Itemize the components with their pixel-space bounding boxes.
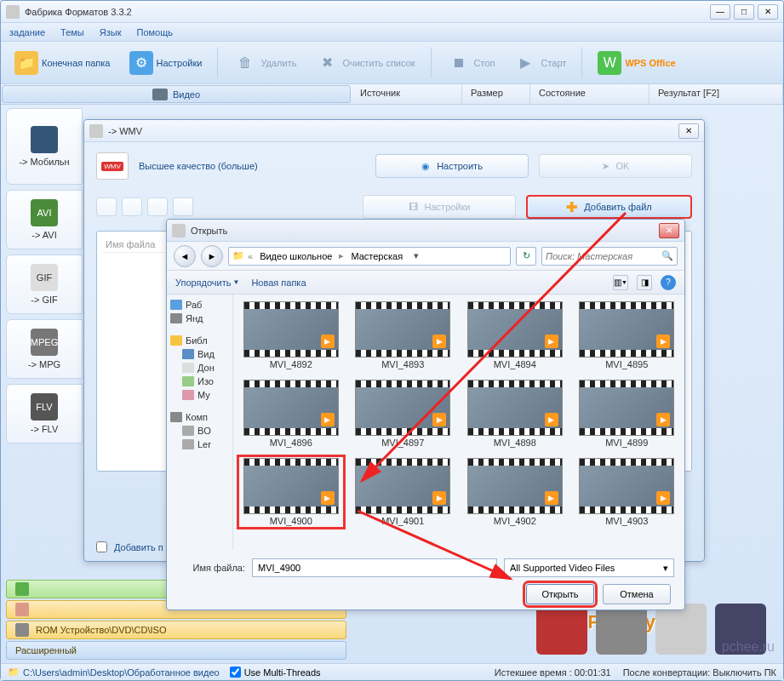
mini-info-button[interactable] — [173, 197, 193, 216]
wps-button[interactable]: WWPS Office — [591, 48, 682, 78]
tree-music[interactable]: My — [169, 388, 231, 402]
music-icon — [15, 582, 29, 596]
tree-videos[interactable]: Вид — [169, 347, 231, 361]
cancel-button[interactable]: Отмена — [603, 584, 671, 604]
video-thumbnail: ▶ — [243, 380, 339, 436]
file-label: MVI_4901 — [381, 516, 424, 526]
wmv-format-icon: WMV — [96, 152, 129, 180]
help-icon[interactable]: ? — [661, 275, 676, 290]
output-path[interactable]: C:\Users\admin\Desktop\Обработанное виде… — [23, 667, 220, 678]
play-badge-icon: ▶ — [321, 491, 335, 505]
back-button[interactable]: ◄ — [174, 245, 196, 267]
chevron-down-icon[interactable]: ▾ — [409, 250, 423, 261]
side-avi[interactable]: AVI-> AVI — [6, 190, 83, 249]
tree-libraries[interactable]: Библ — [169, 334, 231, 347]
file-item[interactable]: ▶MVI_4903 — [575, 456, 680, 528]
preview-pane-button[interactable]: ◨ — [637, 275, 652, 290]
quality-label[interactable]: Высшее качество (больше) — [139, 161, 365, 171]
separator — [217, 48, 218, 78]
ok-button[interactable]: ➤OK — [539, 154, 692, 178]
tree-ler[interactable]: Ler — [169, 438, 231, 451]
file-item[interactable]: ▶MVI_4898 — [462, 378, 568, 449]
configure-button[interactable]: ◉Настроить — [375, 154, 529, 178]
file-item[interactable]: ▶MVI_4900 — [238, 456, 344, 528]
menu-themes[interactable]: Темы — [60, 27, 84, 37]
app-icon — [6, 5, 20, 19]
tree-desktop[interactable]: Раб — [169, 298, 231, 312]
menu-lang[interactable]: Язык — [100, 27, 122, 37]
col-source[interactable]: Источник — [352, 84, 462, 104]
mpeg-icon: MPEG — [31, 329, 58, 356]
menu-help[interactable]: Помощь — [136, 27, 173, 37]
view-mode-button[interactable]: ▥▼ — [613, 275, 628, 290]
add-folder-checkbox[interactable] — [96, 541, 107, 552]
clear-button[interactable]: ✖Очистить список — [308, 48, 421, 78]
side-mpg[interactable]: MPEG-> MPG — [6, 319, 83, 379]
play-badge-icon: ▶ — [545, 335, 558, 348]
file-item[interactable]: ▶MVI_4899 — [575, 378, 680, 449]
menu-task[interactable]: задание — [9, 27, 45, 37]
side-gif[interactable]: GIF-> GIF — [6, 255, 83, 314]
wmv-titlebar: -> WMV ✕ — [84, 120, 704, 142]
dest-folder-button[interactable]: 📁Конечная папка — [8, 48, 117, 78]
tree-images[interactable]: Изо — [169, 375, 231, 388]
start-button[interactable]: ▶Старт — [506, 48, 573, 78]
tree-computer[interactable]: Комп — [169, 410, 231, 424]
col-result[interactable]: Результат [F2] — [650, 84, 783, 104]
file-item[interactable]: ▶MVI_4897 — [351, 378, 456, 449]
organize-menu[interactable]: Упорядочить▼ — [175, 278, 239, 288]
app-title: Фабрика Форматов 3.3.2 — [25, 7, 710, 17]
file-item[interactable]: ▶MVI_4896 — [238, 378, 344, 449]
video-thumbnail: ▶ — [579, 458, 674, 514]
side-flv[interactable]: FLV-> FLV — [6, 384, 83, 444]
tree-docs[interactable]: Дон — [169, 361, 231, 375]
file-item[interactable]: ▶MVI_4893 — [351, 300, 456, 371]
folder-tree: Раб Янд Библ Вид Дон Изо My Комп BO Ler — [167, 295, 233, 550]
file-item[interactable]: ▶MVI_4902 — [462, 456, 568, 528]
wmv-close-button[interactable]: ✕ — [678, 123, 699, 139]
tree-yandex[interactable]: Янд — [169, 312, 231, 325]
refresh-button[interactable]: ↻ — [516, 247, 536, 266]
mini-play-button[interactable] — [147, 197, 168, 216]
col-state[interactable]: Состояние — [530, 84, 650, 104]
tree-bo[interactable]: BO — [169, 424, 231, 438]
forward-button[interactable]: ► — [201, 245, 223, 267]
search-input[interactable] — [546, 251, 673, 261]
play-badge-icon: ▶ — [432, 413, 446, 426]
side-mobile[interactable]: -> Мобильн — [6, 108, 83, 185]
video-thumbnail: ▶ — [355, 458, 450, 514]
col-size[interactable]: Размер — [462, 84, 530, 104]
maximize-button[interactable]: □ — [734, 4, 754, 20]
tab-video[interactable]: Видео — [2, 85, 351, 103]
open-button[interactable]: Открыть — [526, 584, 594, 604]
filetype-combo[interactable]: All Supported Video Files▾ — [504, 558, 674, 577]
crumb-1[interactable]: Видео школьное — [256, 251, 335, 261]
file-label: MVI_4894 — [494, 359, 536, 369]
mini-remove-button[interactable] — [96, 197, 117, 216]
video-thumbnail: ▶ — [467, 380, 563, 436]
stop-button[interactable]: ⏹Стоп — [440, 48, 502, 78]
file-item[interactable]: ▶MVI_4901 — [351, 456, 456, 528]
settings-button[interactable]: ⚙Настройки — [123, 48, 209, 78]
filename-input[interactable] — [252, 558, 497, 577]
fd-app-icon — [172, 224, 186, 237]
file-item[interactable]: ▶MVI_4895 — [575, 300, 680, 371]
add-file-button[interactable]: ✚Добавить файл — [526, 195, 692, 219]
mini-clear-button[interactable] — [122, 197, 142, 216]
crumb-2[interactable]: Мастерская — [347, 251, 406, 261]
minimize-button[interactable]: — — [710, 4, 730, 20]
tab-advanced[interactable]: Расширенный — [6, 641, 346, 660]
file-item[interactable]: ▶MVI_4894 — [462, 300, 568, 371]
wmv-settings-button[interactable]: 🎞Настройки — [363, 195, 516, 219]
tab-rom[interactable]: ROM Устройство\DVD\CD\ISO — [6, 621, 346, 639]
list-header: Источник Размер Состояние Результат [F2] — [352, 84, 783, 104]
new-folder-button[interactable]: Новая папка — [251, 278, 306, 288]
video-thumbnail: ▶ — [579, 380, 674, 436]
close-button[interactable]: ✕ — [758, 4, 778, 20]
breadcrumb[interactable]: 📁 « Видео школьное ▸ Мастерская ▾ — [228, 247, 511, 266]
fd-close-button[interactable]: ✕ — [659, 223, 679, 238]
delete-button[interactable]: 🗑Удалить — [226, 48, 303, 78]
file-item[interactable]: ▶MVI_4892 — [238, 300, 344, 371]
multithreads-checkbox[interactable] — [230, 667, 241, 678]
search-box[interactable]: 🔍 — [541, 247, 678, 266]
